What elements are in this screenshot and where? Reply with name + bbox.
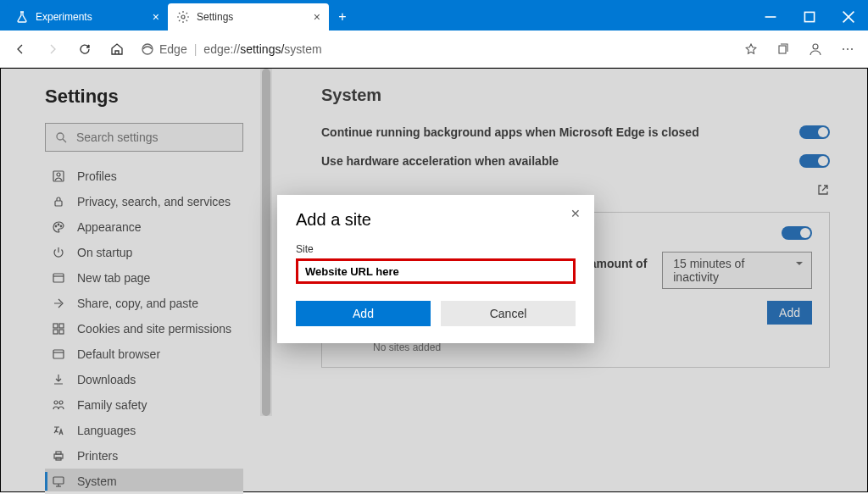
svg-rect-19: [53, 274, 64, 282]
tab-label: Settings: [197, 11, 233, 23]
svg-rect-2: [804, 12, 814, 21]
settings-title: Settings: [45, 86, 272, 108]
svg-rect-23: [53, 330, 58, 334]
lock-icon: [52, 195, 65, 208]
search-settings-input[interactable]: Search settings: [45, 123, 243, 152]
tab-settings[interactable]: Settings ×: [168, 3, 329, 31]
language-icon: [52, 424, 65, 437]
tab-experiments[interactable]: Experiments ×: [7, 3, 168, 31]
printer-icon: [52, 449, 65, 463]
svg-point-8: [843, 48, 844, 50]
newtab-icon: [52, 271, 65, 285]
minimize-button[interactable]: [751, 3, 790, 31]
svg-rect-15: [55, 201, 62, 206]
url-text: edge://settings/system: [203, 42, 321, 56]
svg-rect-21: [53, 324, 58, 328]
search-icon: [54, 130, 68, 144]
page-heading: System: [321, 86, 830, 105]
add-site-button[interactable]: Add: [767, 301, 812, 325]
dialog-cancel-button[interactable]: Cancel: [441, 301, 576, 326]
favorite-button[interactable]: [736, 34, 766, 64]
address-bar[interactable]: Edge | edge://settings/system: [134, 36, 734, 63]
svg-point-17: [58, 224, 59, 225]
sidebar-item-appearance[interactable]: Appearance: [45, 214, 243, 240]
cookie-icon: [52, 322, 65, 336]
sidebar-item-startup[interactable]: On startup: [45, 240, 243, 265]
svg-point-11: [57, 133, 64, 140]
svg-point-7: [813, 44, 818, 49]
back-button[interactable]: [5, 34, 36, 64]
sidebar-item-share[interactable]: Share, copy, and paste: [45, 291, 243, 316]
browser-toolbar: Edge | edge://settings/system: [0, 31, 868, 68]
share-icon: [52, 297, 65, 310]
svg-point-18: [60, 225, 62, 227]
dialog-add-button[interactable]: Add: [296, 301, 431, 326]
svg-line-12: [63, 139, 66, 142]
window-titlebar: Experiments × Settings × +: [0, 0, 868, 31]
svg-rect-30: [56, 452, 61, 454]
search-placeholder: Search settings: [76, 130, 159, 144]
sidebar-item-defaultbrowser[interactable]: Default browser: [45, 341, 243, 367]
forward-button[interactable]: [37, 34, 68, 64]
svg-rect-25: [53, 350, 64, 358]
system-icon: [52, 475, 65, 488]
svg-point-5: [142, 44, 153, 54]
toggle-sleeping-tabs[interactable]: [782, 226, 812, 240]
profile-button[interactable]: [800, 34, 831, 64]
sidebar-scrollbar[interactable]: [260, 69, 272, 416]
close-dialog-button[interactable]: ✕: [570, 207, 581, 220]
home-button[interactable]: [102, 34, 132, 64]
svg-rect-24: [59, 330, 64, 334]
gear-icon: [176, 10, 190, 24]
separator: |: [194, 42, 198, 56]
new-tab-button[interactable]: +: [329, 3, 356, 31]
sidebar-item-system[interactable]: System: [45, 469, 243, 494]
svg-rect-22: [59, 324, 64, 328]
download-icon: [52, 373, 65, 386]
browser-icon: [52, 347, 65, 361]
flask-icon: [15, 10, 29, 24]
toggle-background-apps[interactable]: [799, 125, 830, 139]
close-icon[interactable]: ×: [153, 10, 159, 24]
opt-hw-accel: Use hardware acceleration when available: [321, 154, 830, 168]
site-url-input[interactable]: [296, 258, 576, 284]
sidebar-item-family[interactable]: Family safety: [45, 392, 243, 418]
external-link-icon[interactable]: [816, 183, 830, 197]
opt-background-apps: Continue running background apps when Mi…: [321, 125, 830, 139]
sidebar-item-privacy[interactable]: Privacy, search, and services: [45, 189, 243, 214]
sidebar-item-downloads[interactable]: Downloads: [45, 367, 243, 392]
edge-icon: Edge: [141, 42, 187, 56]
palette-icon: [52, 220, 65, 234]
site-field-label: Site: [296, 243, 576, 255]
sidebar-item-newtab[interactable]: New tab page: [45, 265, 243, 291]
dialog-title: Add a site: [296, 210, 576, 230]
settings-sidebar: Settings Search settings Profiles Privac…: [1, 69, 272, 491]
sleep-time-dropdown[interactable]: 15 minutes of inactivity: [662, 252, 812, 289]
power-icon: [52, 246, 65, 259]
close-window-button[interactable]: [829, 3, 868, 31]
window-controls: [751, 3, 868, 31]
toggle-hw-accel[interactable]: [799, 154, 830, 168]
refresh-button[interactable]: [70, 34, 100, 64]
svg-point-10: [851, 48, 853, 50]
edge-label: Edge: [159, 42, 187, 56]
tab-label: Experiments: [36, 11, 92, 23]
svg-point-9: [847, 48, 849, 50]
svg-point-14: [57, 173, 60, 176]
svg-point-28: [59, 401, 63, 404]
maximize-button[interactable]: [790, 3, 829, 31]
sidebar-item-languages[interactable]: Languages: [45, 418, 243, 443]
svg-point-27: [54, 401, 58, 404]
svg-point-0: [181, 15, 185, 19]
sidebar-item-profiles[interactable]: Profiles: [45, 164, 243, 189]
close-icon[interactable]: ×: [314, 10, 320, 24]
svg-rect-6: [779, 46, 786, 53]
collections-button[interactable]: [768, 34, 798, 64]
svg-rect-32: [53, 477, 64, 484]
sidebar-item-cookies[interactable]: Cookies and site permissions: [45, 316, 243, 341]
add-site-dialog: ✕ Add a site Site Add Cancel: [277, 195, 594, 343]
family-icon: [52, 398, 65, 412]
svg-point-16: [55, 225, 57, 227]
menu-button[interactable]: [832, 34, 863, 64]
sidebar-item-printers[interactable]: Printers: [45, 443, 243, 469]
